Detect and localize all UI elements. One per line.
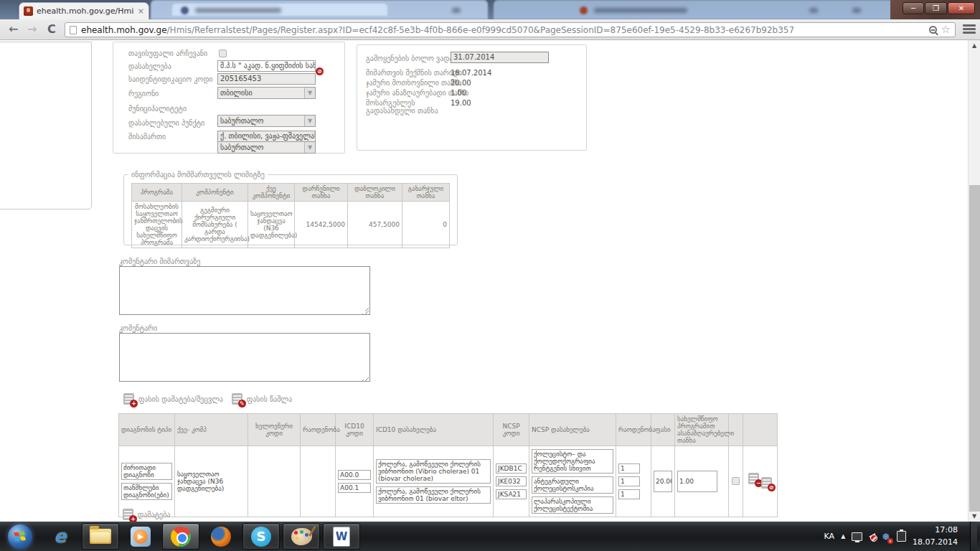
svc-col-contract-code: ხელოვნური კოდი xyxy=(248,414,301,446)
price-delete-label[interactable]: ფასის წაშლა xyxy=(247,395,292,403)
icd10-name-box[interactable]: ქოლერა, გამოწვეული ქოლერის ვიბრიონით 01 … xyxy=(376,486,491,504)
taskbar-item-internet-explorer[interactable]: e xyxy=(42,523,79,550)
taskbar-item-skype[interactable]: S xyxy=(242,523,280,550)
name-input[interactable]: შ.პ.ს " აკად. ნ.ყიფშიძის სახელობის ც xyxy=(217,60,316,72)
ncsp-code-box[interactable]: JKDB1C xyxy=(496,463,527,474)
taskbar-item-word[interactable]: W xyxy=(323,523,360,550)
svc-col-ncsp-code: NCSP კოდი xyxy=(494,414,529,446)
ncsp-name-box[interactable]: ლაპარასკოპიული ქოლეცისტექტომია xyxy=(532,496,613,514)
taskbar: e ▶ S W KA ▲ ❅x 17:08 18.07.2014 xyxy=(0,522,980,551)
ncsp-name-box[interactable]: ქოლეცისტო– და ქოლედოქოგრაფია რენტგენის ს… xyxy=(532,449,613,474)
app-error-tray-icon[interactable]: ❅x xyxy=(882,531,890,542)
free-choice-checkbox[interactable] xyxy=(219,50,227,57)
network-icon[interactable] xyxy=(852,532,862,541)
ncsp-name-box[interactable]: ანტეგრადული ქოლეცისტოსკოპია xyxy=(532,476,613,494)
diagnosis-type-box[interactable]: ძირითადი დიაგნოზი xyxy=(121,463,172,480)
zoom-icon[interactable] xyxy=(929,26,937,34)
ncsp-code-box[interactable]: JKE032 xyxy=(496,476,527,486)
icd10-code-box[interactable]: A00.1 xyxy=(338,483,371,493)
diagnosis-type-box[interactable]: თანმხლები დიაგნოზი(ები) xyxy=(121,483,172,500)
reimburse-box[interactable]: 1.00 xyxy=(677,471,717,492)
taskbar-item-firefox[interactable] xyxy=(202,523,240,550)
municipality-select[interactable]: საბურთალო▼ xyxy=(217,115,316,127)
skype-icon: S xyxy=(251,527,271,547)
window-minimize-button[interactable]: ─ xyxy=(903,2,924,14)
browser-tab[interactable]: ehealth.moh.gov.ge/Hmis × xyxy=(19,2,149,19)
window-close-button[interactable]: ✕ xyxy=(948,2,975,14)
resize-handle-icon[interactable] xyxy=(362,308,369,314)
forward-icon[interactable]: → xyxy=(27,22,37,36)
window-restore-button[interactable]: ❐ xyxy=(925,2,947,14)
language-indicator[interactable]: KA xyxy=(824,532,835,541)
taskbar-item-chrome[interactable] xyxy=(162,523,199,550)
volume-muted-icon[interactable] xyxy=(869,533,875,540)
settlement-label: დასახლებული პუნქტი xyxy=(128,119,204,127)
municipality-label: მუნიციპალიტეტი xyxy=(128,105,187,113)
ncsp-code-box[interactable]: JKSA21 xyxy=(496,489,527,499)
show-desktop-button[interactable] xyxy=(970,522,977,551)
expiry-input[interactable]: 31.07.2014 xyxy=(451,52,549,63)
settlement-select[interactable]: საბურთალო▼ xyxy=(217,141,316,154)
address-bar[interactable]: ehealth.moh.gov.ge/Hmis/Referralstest/Pa… xyxy=(65,22,956,37)
quantity-box[interactable]: 1 xyxy=(618,489,640,499)
add-service-label[interactable]: დამატება xyxy=(138,511,170,519)
taskbar-item-explorer[interactable] xyxy=(82,523,119,550)
scroll-down-icon[interactable]: ▼ xyxy=(969,511,980,522)
scroll-up-icon[interactable]: ▲ xyxy=(969,40,980,51)
identification-code-input[interactable]: 205165453 xyxy=(217,73,316,85)
limit-col-blocked: დაბლოკილი თანხა xyxy=(348,184,402,202)
chrome-menu-icon[interactable] xyxy=(963,24,976,35)
site-favicon-icon xyxy=(24,6,33,16)
taskbar-item-media-player[interactable]: ▶ xyxy=(122,523,159,550)
limit-col-spent: გახარჯული თანხა xyxy=(402,184,450,202)
payable-amount-label: მოსარგებლეს გადასახდელი თანხა xyxy=(366,99,446,115)
price-delete-icon[interactable]: ✎ xyxy=(232,393,242,405)
identification-code-label: საიდენტიფიკაციო კოდი xyxy=(128,75,213,83)
price-box[interactable]: 20.00 xyxy=(654,471,672,492)
icd10-name-box[interactable]: ქოლერა, გამოწვეული ქოლერის ვიბრიონით (Vi… xyxy=(376,459,491,484)
price-add-change-icon[interactable]: + xyxy=(123,393,134,405)
limit-col-subcomponent: ქვე კომპონენტი xyxy=(248,184,295,202)
page-icon xyxy=(70,26,77,34)
comment-textarea[interactable] xyxy=(119,333,370,382)
row-remove-icon[interactable]: − xyxy=(748,473,759,484)
chevron-down-icon[interactable]: ▼ xyxy=(304,142,315,153)
start-button[interactable] xyxy=(1,523,39,550)
chrome-icon xyxy=(171,527,191,547)
url-text[interactable]: ehealth.moh.gov.ge/Hmis/Referralstest/Pa… xyxy=(81,25,925,35)
icd10-code-box[interactable]: A00.0 xyxy=(338,470,371,480)
row-block-icon[interactable]: ⊘ xyxy=(761,477,772,489)
show-hidden-icons-icon[interactable]: ▲ xyxy=(841,533,845,540)
row-select-checkbox[interactable] xyxy=(732,477,740,485)
chevron-down-icon[interactable]: ▼ xyxy=(304,88,315,98)
referral-comment-textarea[interactable] xyxy=(119,266,370,315)
back-icon[interactable]: ← xyxy=(9,22,18,36)
price-add-change-label[interactable]: ფასის დამატება/შეცვლა xyxy=(138,395,223,403)
add-service-icon[interactable]: + xyxy=(123,509,133,520)
provider-form-box: თავისუფალი არჩევანი დასახელება შ.პ.ს " ა… xyxy=(113,42,345,154)
clock-time: 17:08 xyxy=(913,524,958,537)
bookmark-star-icon[interactable]: ☆ xyxy=(941,24,951,35)
region-label: რეგიონი xyxy=(128,90,159,98)
limit-table-row: მოსახლეობის საყოველთაო ჯანმრთელობის დაცვ… xyxy=(132,202,450,248)
limit-col-component: კომპონენტი xyxy=(182,184,248,202)
resize-handle-icon[interactable] xyxy=(362,375,369,381)
windows-start-icon xyxy=(8,524,32,549)
name-label: დასახელება xyxy=(128,62,171,70)
taskbar-clock[interactable]: 17:08 18.07.2014 xyxy=(913,524,963,548)
refresh-icon[interactable]: C xyxy=(47,22,56,36)
address-input[interactable]: ქ. თბილისი, ვაჟა-ფშაველას №29 xyxy=(217,131,316,142)
quantity-box[interactable]: 1 xyxy=(618,476,640,486)
vertical-scrollbar[interactable]: ▲ ▼ xyxy=(968,40,980,522)
svc-col-quantity: რაოდენობა xyxy=(301,414,336,446)
tab-close-icon[interactable]: × xyxy=(138,6,144,16)
firefox-icon xyxy=(211,527,231,547)
svc-col-quantity2: რაოდენობა xyxy=(616,414,651,446)
taskbar-item-paint[interactable] xyxy=(283,523,320,550)
region-select[interactable]: თბილისი▼ xyxy=(217,87,316,99)
limit-col-remaining: დარჩენილი თანხა xyxy=(295,184,348,202)
chevron-down-icon[interactable]: ▼ xyxy=(304,116,315,126)
scrollbar-thumb[interactable] xyxy=(969,185,980,512)
clipboard-tray-icon[interactable] xyxy=(897,531,906,542)
quantity-box[interactable]: 1 xyxy=(618,463,640,474)
